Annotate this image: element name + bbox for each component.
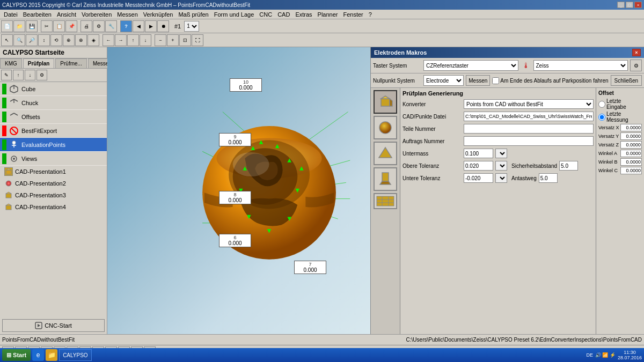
open-btn[interactable]: 📁: [13, 20, 25, 32]
tree-sub-cad2[interactable]: CAD-Presentation2: [0, 178, 107, 189]
center-viewport[interactable]: 10 0.000 9 0.000 8 0.000 6 0.000 7 0.000…: [107, 47, 370, 334]
t2-zoom-in[interactable]: +: [167, 34, 179, 46]
menu-form-und-lage[interactable]: Form und Lage: [211, 11, 257, 18]
tree-item-views[interactable]: Views: [0, 152, 107, 166]
t2-btn5[interactable]: ⟲: [50, 34, 62, 46]
letzte-eingabe-radio[interactable]: [598, 101, 605, 108]
toolbar-btn10[interactable]: ⏺: [157, 20, 169, 32]
tab-pruefplan[interactable]: Prüfplan: [23, 58, 55, 68]
print-btn[interactable]: 🖨: [80, 20, 92, 32]
menu-messen[interactable]: Messen: [114, 11, 141, 18]
tree-sub-cad4[interactable]: CAD-Presentation4: [0, 201, 107, 213]
am-ende-checkbox[interactable]: [492, 77, 499, 84]
messen-btn[interactable]: Messen: [466, 75, 490, 86]
obere-toleranz-input[interactable]: [464, 161, 493, 171]
versatz-y-input[interactable]: [620, 132, 642, 140]
left-down-btn[interactable]: ↓: [25, 70, 35, 80]
menu-fenster[interactable]: Fenster: [340, 11, 365, 18]
t2-btn2[interactable]: 🔍: [13, 34, 25, 46]
tab-pruefme[interactable]: Prüfme...: [55, 58, 87, 68]
tree-item-offsets[interactable]: Offsets: [0, 110, 107, 124]
t2-btn12[interactable]: ↓: [140, 34, 151, 46]
left-edit-btn[interactable]: ✎: [1, 70, 12, 80]
t2-btn3[interactable]: 🔎: [26, 34, 38, 46]
t2-fullscreen[interactable]: ⛶: [192, 34, 203, 46]
untermass-input[interactable]: [464, 149, 493, 158]
help-icon-btn[interactable]: ?: [120, 20, 132, 32]
menu-bearbeiten[interactable]: Bearbeiten: [20, 11, 54, 18]
tree-item-cube[interactable]: Cube: [0, 82, 107, 96]
schliessen-btn[interactable]: Schließen: [611, 75, 642, 86]
settings-icon-btn[interactable]: ⚙: [630, 60, 642, 71]
taskbar-app-btn[interactable]: CALYPSO: [59, 349, 92, 361]
menu-help[interactable]: ?: [366, 11, 375, 18]
cut-btn[interactable]: ✂: [41, 20, 53, 32]
t2-btn9[interactable]: ←: [103, 34, 114, 46]
start-button[interactable]: ⊞ Start: [2, 349, 31, 361]
tree-item-bestfitexport[interactable]: BestFitExport: [0, 124, 107, 138]
new-btn[interactable]: 📄: [1, 20, 13, 32]
cad-datei-input[interactable]: [464, 112, 594, 121]
t2-btn6[interactable]: ⊕: [63, 34, 75, 46]
paste-btn[interactable]: 📌: [65, 20, 77, 32]
menu-masspruefen[interactable]: Maß prüfen: [175, 11, 211, 18]
taskbar-explorer-btn[interactable]: 📁: [46, 349, 57, 361]
toolbar-btn9[interactable]: ▶: [145, 20, 157, 32]
t2-btn1[interactable]: ↖: [1, 34, 13, 46]
icon-cube-btn[interactable]: [374, 90, 397, 114]
winkel-a-input[interactable]: [620, 150, 642, 157]
title-bar-controls[interactable]: _ □ ×: [617, 2, 642, 8]
menu-verknuepfen[interactable]: Verknüpfen: [141, 11, 176, 18]
untermass-select[interactable]: ▼: [495, 149, 507, 158]
winkel-c-input[interactable]: [620, 167, 642, 174]
t2-zoom-out[interactable]: −: [155, 34, 166, 46]
left-settings-btn[interactable]: ⚙: [36, 70, 47, 80]
t2-btn4[interactable]: ↕: [38, 34, 50, 46]
toolbar-btn8[interactable]: ◀: [133, 20, 144, 32]
toolbar-btn5[interactable]: ⚙: [93, 20, 105, 32]
tree-sub-cad3[interactable]: CAD-Presentation3: [0, 189, 107, 201]
letzte-messung-radio-label[interactable]: Letzte Messung: [598, 111, 642, 123]
letzte-eingabe-radio-label[interactable]: Letzte Eingabe: [598, 98, 642, 110]
t2-btn10[interactable]: →: [115, 34, 127, 46]
icon-prism-btn[interactable]: [374, 142, 397, 165]
menu-ansicht[interactable]: Ansicht: [54, 11, 79, 18]
menu-datei[interactable]: Datei: [1, 11, 20, 18]
left-up-btn[interactable]: ↑: [13, 70, 24, 80]
save-btn[interactable]: 💾: [26, 20, 38, 32]
nullpunkt-select[interactable]: Electrode: [423, 75, 464, 86]
icon-table-btn[interactable]: [374, 193, 397, 209]
tree-item-evaluationpoints[interactable]: EvaluationPoints: [0, 138, 107, 152]
t2-btn8[interactable]: ◈: [87, 34, 99, 46]
taskbar-ie-btn[interactable]: e: [32, 349, 44, 361]
t2-fit[interactable]: ⊡: [179, 34, 191, 46]
taster-select[interactable]: CZReferenztaster: [423, 60, 518, 71]
icon-sphere-btn[interactable]: [374, 116, 397, 139]
menu-extras[interactable]: Extras: [292, 11, 314, 18]
untere-toleranz-input[interactable]: [464, 173, 493, 183]
minimize-btn[interactable]: _: [617, 2, 625, 8]
zeiss-select[interactable]: Zeiss: [533, 60, 628, 71]
t2-btn11[interactable]: ↑: [127, 34, 139, 46]
menu-cad[interactable]: CAD: [275, 11, 292, 18]
teile-nr-input[interactable]: [464, 124, 594, 134]
sicherheitsabstand-input[interactable]: [559, 161, 578, 171]
copy-btn[interactable]: 📋: [53, 20, 65, 32]
cnc-start-button[interactable]: CNC-Start: [2, 319, 105, 332]
tab-kmg[interactable]: KMG: [0, 58, 22, 68]
tree-sub-cad1[interactable]: CAD-Presentation1: [0, 166, 107, 178]
untere-tol-select[interactable]: ▼: [495, 173, 507, 183]
panel-close-btn[interactable]: ×: [632, 49, 641, 56]
close-btn[interactable]: ×: [634, 2, 642, 8]
icon-electrode-btn[interactable]: [374, 167, 397, 191]
antastweg-input[interactable]: [539, 173, 558, 183]
maximize-btn[interactable]: □: [626, 2, 633, 8]
toolbar-select[interactable]: 1: [184, 21, 199, 32]
tree-item-chuck[interactable]: Chuck: [0, 96, 107, 110]
konverter-select[interactable]: Points from CAD without BestFit: [464, 99, 594, 109]
versatz-x-input[interactable]: [620, 124, 642, 131]
menu-vorbereiten[interactable]: Vorbereiten: [79, 11, 114, 18]
winkel-b-input[interactable]: [620, 158, 642, 166]
toolbar-btn6[interactable]: 🔧: [105, 20, 117, 32]
auftrags-nr-input[interactable]: [464, 136, 594, 146]
